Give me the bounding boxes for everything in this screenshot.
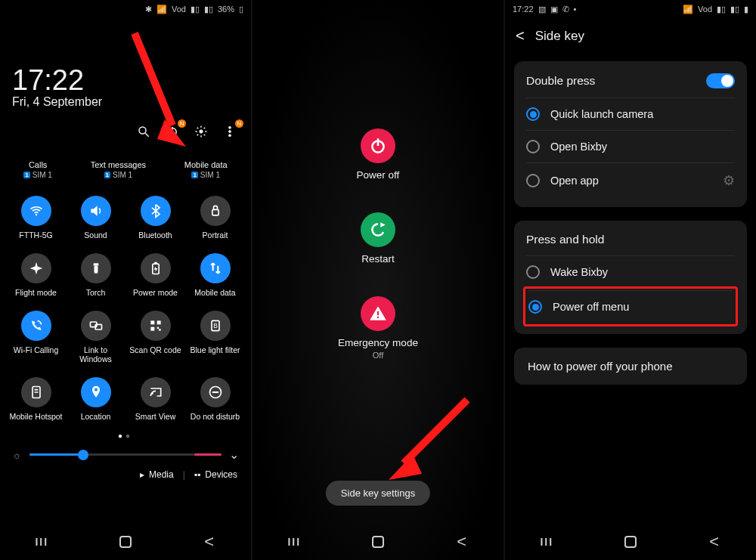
chevron-down-icon[interactable]: ⌄: [229, 447, 239, 462]
option-app[interactable]: Open app⚙: [526, 162, 735, 198]
status-bar: ✱ 📶 Vod ▮▯ ▮▯ 36% ▯: [0, 0, 251, 18]
nav-recent-button[interactable]: III: [537, 532, 556, 552]
power-off-item[interactable]: Power off: [357, 128, 400, 181]
gear-icon[interactable]: ⚙: [723, 172, 735, 189]
qs-tile-wifi-calling[interactable]: Wi-Fi Calling: [8, 311, 64, 364]
wifi-status-icon: 📶: [156, 5, 167, 14]
radio-icon: [526, 107, 540, 121]
qs-tile-label: Power mode: [133, 288, 178, 297]
qs-tile-bluelight[interactable]: BBlue light filter: [187, 311, 243, 364]
nav-home-button[interactable]: [116, 532, 135, 552]
double-press-toggle[interactable]: [706, 73, 735, 88]
media-button[interactable]: ▸Media: [140, 469, 174, 480]
qs-tile-bluetooth[interactable]: Bluetooth: [127, 196, 184, 240]
svg-marker-36: [389, 454, 422, 480]
flight-icon: [21, 253, 51, 283]
brightness-row: ☼ ⌄: [0, 440, 251, 465]
emergency-icon: [361, 296, 395, 331]
svg-point-6: [229, 131, 231, 133]
more-icon[interactable]: N: [222, 124, 237, 139]
location-icon: [81, 377, 111, 407]
page-title: Side key: [535, 29, 584, 44]
qs-tile-label: Link to Windows: [69, 345, 123, 364]
nav-back-button[interactable]: <: [452, 532, 472, 552]
nav-home-button[interactable]: [368, 532, 388, 552]
qs-tile-flight[interactable]: Flight mode: [8, 253, 64, 297]
signal-status-icon: ▮▯: [717, 5, 726, 14]
how-to-power-off-button[interactable]: How to power off your phone: [514, 348, 747, 385]
side-key-settings-button[interactable]: Side key settings: [326, 481, 430, 506]
nav-bar: III <: [253, 524, 503, 560]
qs-tile-portrait[interactable]: Portrait: [187, 196, 243, 240]
settings-content: Double press Quick launch cameraOpen Bix…: [505, 54, 756, 385]
nav-recent-button[interactable]: III: [284, 532, 304, 552]
nav-recent-button[interactable]: III: [32, 532, 51, 552]
power-off-icon: [361, 128, 395, 163]
sim-data[interactable]: Mobile data 1SIM 1: [184, 160, 228, 179]
svg-line-35: [404, 400, 467, 463]
status-dot-icon: •: [574, 5, 577, 14]
back-icon[interactable]: <: [516, 27, 525, 45]
svg-rect-12: [94, 266, 98, 274]
option-camera[interactable]: Quick launch camera: [526, 97, 735, 130]
qs-tile-mobile-data[interactable]: Mobile data: [187, 253, 243, 297]
qs-tile-label: Location: [81, 412, 111, 421]
option-wake-bixby[interactable]: Wake Bixby: [526, 255, 735, 288]
svg-line-1: [145, 133, 149, 137]
sim-chip-icon: 1: [23, 172, 29, 178]
option-label: Quick launch camera: [550, 108, 653, 120]
gear-icon[interactable]: [194, 124, 209, 139]
qs-tile-dnd[interactable]: Do not disturb: [187, 377, 243, 421]
qr-icon: [141, 311, 171, 341]
double-press-title: Double press: [526, 74, 595, 88]
qs-tile-location[interactable]: Location: [67, 377, 124, 421]
restart-item[interactable]: Restart: [361, 212, 395, 265]
sim-row: Calls 1SIM 1 Text messages 1SIM 1 Mobile…: [0, 160, 251, 179]
qs-tile-link[interactable]: Link to Windows: [67, 311, 124, 364]
radio-icon: [526, 265, 540, 279]
power-icon[interactable]: N: [165, 124, 180, 139]
status-bar: 17:22 ▧ ▣ ✆ • 📶 Vod ▮▯ ▮▯ ▮: [505, 0, 756, 18]
qs-tile-label: Flight mode: [15, 288, 57, 297]
battery-icon: ▯: [239, 5, 243, 14]
svg-rect-34: [377, 317, 379, 318]
sim-title: Text messages: [91, 160, 146, 169]
radio-icon: [528, 300, 542, 314]
devices-button[interactable]: ▪▪Devices: [194, 469, 237, 480]
emergency-item[interactable]: Emergency mode Off: [338, 296, 418, 360]
qs-tile-label: Wi-Fi Calling: [14, 345, 59, 354]
option-power-menu[interactable]: Power off menu: [528, 290, 733, 323]
annotation-arrow: [383, 394, 473, 484]
devices-icon: ▪▪: [194, 469, 201, 480]
brightness-slider[interactable]: [29, 453, 222, 456]
svg-point-4: [200, 130, 203, 134]
svg-rect-15: [154, 262, 156, 265]
qs-tile-smartview[interactable]: Smart View: [127, 377, 184, 421]
qs-tile-label: FTTH-5G: [19, 230, 52, 240]
qs-tile-hotspot[interactable]: Mobile Hotspot: [8, 377, 64, 421]
nav-home-button[interactable]: [621, 532, 640, 552]
sound-icon: [81, 196, 111, 226]
search-icon[interactable]: [136, 124, 151, 139]
vod-status-icon: Vod: [172, 5, 186, 14]
qs-tile-label: Smart View: [135, 412, 176, 421]
status-sq2-icon: ▣: [550, 5, 558, 14]
sim-texts[interactable]: Text messages 1SIM 1: [91, 160, 146, 179]
sim-calls[interactable]: Calls 1SIM 1: [23, 160, 52, 179]
sim-chip-icon: 1: [191, 172, 197, 178]
qs-tile-wifi[interactable]: FTTH-5G: [8, 196, 64, 240]
option-bixby[interactable]: Open Bixby: [526, 130, 735, 162]
svg-rect-33: [377, 311, 379, 315]
qs-tile-sound[interactable]: Sound: [67, 196, 124, 240]
wifi-icon: [21, 196, 51, 226]
nav-back-button[interactable]: <: [200, 532, 219, 552]
qs-tile-qr[interactable]: Scan QR code: [127, 311, 184, 364]
power-off-label: Power off: [357, 169, 400, 181]
qs-bottom-row: ▸Media | ▪▪Devices: [0, 465, 251, 522]
qs-tile-power-mode[interactable]: Power mode: [127, 253, 184, 297]
bluetooth-status-icon: ✱: [145, 5, 152, 14]
svg-text:B: B: [213, 322, 218, 330]
qs-tile-torch[interactable]: Torch: [67, 253, 124, 297]
svg-point-26: [94, 388, 97, 391]
nav-back-button[interactable]: <: [705, 532, 724, 552]
